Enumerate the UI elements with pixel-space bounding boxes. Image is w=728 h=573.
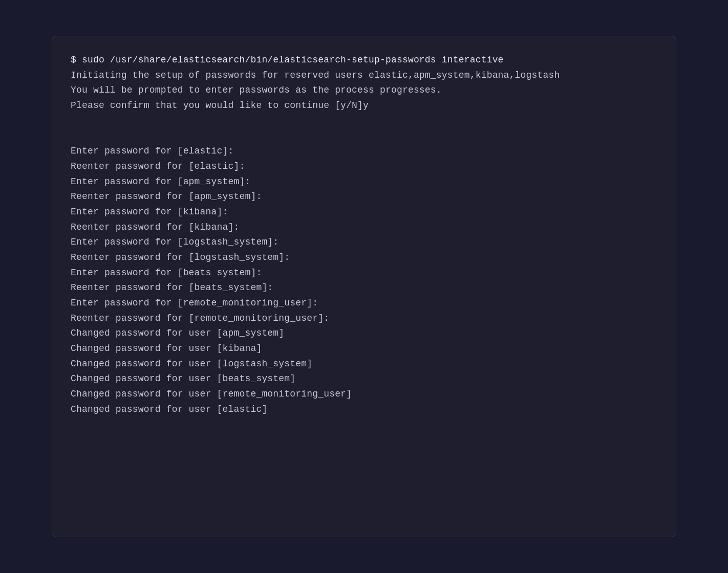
- command-line: $ sudo /usr/share/elasticsearch/bin/elas…: [71, 53, 657, 68]
- enter-apm-system: Enter password for [apm_system]:: [71, 174, 657, 190]
- empty-line-2: [71, 128, 657, 144]
- terminal-window: $ sudo /usr/share/elasticsearch/bin/elas…: [52, 36, 676, 537]
- changed-elastic: Changed password for user [elastic]: [71, 402, 657, 417]
- changed-apm-system: Changed password for user [apm_system]: [71, 326, 657, 341]
- confirm-line: Please confirm that you would like to co…: [71, 98, 657, 114]
- changed-remote-monitoring-user: Changed password for user [remote_monito…: [71, 387, 657, 402]
- reenter-remote-monitoring-user: Reenter password for [remote_monitoring_…: [71, 311, 657, 326]
- changed-beats-system: Changed password for user [beats_system]: [71, 371, 657, 387]
- reenter-beats-system: Reenter password for [beats_system]:: [71, 280, 657, 296]
- info-line-1: Initiating the setup of passwords for re…: [71, 68, 657, 83]
- enter-logstash-system: Enter password for [logstash_system]:: [71, 235, 657, 250]
- terminal-content: $ sudo /usr/share/elasticsearch/bin/elas…: [71, 53, 657, 417]
- enter-beats-system: Enter password for [beats_system]:: [71, 266, 657, 281]
- reenter-kibana: Reenter password for [kibana]:: [71, 220, 657, 235]
- info-line-2: You will be prompted to enter passwords …: [71, 83, 657, 98]
- enter-remote-monitoring-user: Enter password for [remote_monitoring_us…: [71, 296, 657, 311]
- changed-logstash-system: Changed password for user [logstash_syst…: [71, 357, 657, 372]
- empty-line-1: [71, 114, 657, 129]
- reenter-logstash-system: Reenter password for [logstash_system]:: [71, 250, 657, 266]
- reenter-apm-system: Reenter password for [apm_system]:: [71, 189, 657, 205]
- enter-kibana: Enter password for [kibana]:: [71, 205, 657, 220]
- reenter-elastic: Reenter password for [elastic]:: [71, 159, 657, 174]
- changed-kibana: Changed password for user [kibana]: [71, 341, 657, 357]
- enter-elastic: Enter password for [elastic]:: [71, 144, 657, 159]
